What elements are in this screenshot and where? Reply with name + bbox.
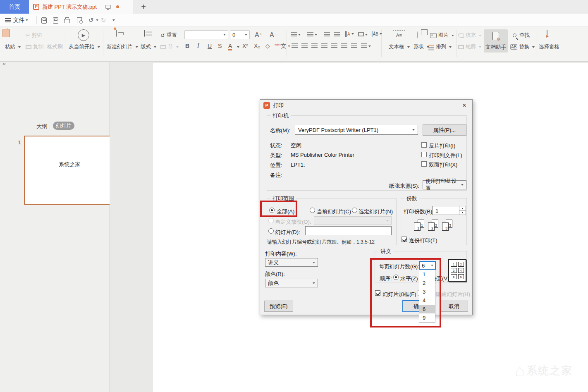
bullet-list-button[interactable]: [291, 31, 301, 38]
new-slide-label[interactable]: 新建幻灯片: [107, 43, 138, 50]
new-tab-button[interactable]: +: [138, 1, 149, 12]
clear-format-button[interactable]: ◇: [265, 43, 270, 49]
outline-button[interactable]: 轮廓: [458, 43, 481, 50]
font-color-dropdown[interactable]: [236, 43, 239, 50]
align-left-button[interactable]: [292, 43, 298, 49]
text-box-button[interactable]: A≡: [393, 30, 405, 40]
range-selected-radio[interactable]: [352, 208, 357, 213]
print-to-file-label[interactable]: 打印到文件(L): [429, 152, 462, 159]
increase-indent-button[interactable]: [334, 31, 340, 38]
print-button[interactable]: [63, 16, 71, 24]
superscript-button[interactable]: X²: [242, 43, 248, 49]
range-slides-label[interactable]: 幻灯片(D):: [275, 229, 300, 236]
fill-button[interactable]: 填充: [458, 32, 481, 39]
selection-pane-label[interactable]: 选择窗格: [539, 43, 559, 50]
spin-up-icon[interactable]: ▲: [459, 206, 466, 211]
collate-label[interactable]: 逐份打印(T): [409, 237, 437, 244]
pinyin-button[interactable]: wén文: [275, 43, 290, 50]
save-button[interactable]: [40, 16, 48, 24]
text-frame-button[interactable]: [358, 31, 368, 38]
print-preview-button[interactable]: [75, 16, 84, 24]
duplex-checkbox[interactable]: [421, 161, 427, 167]
slide-thumbnail-1[interactable]: 1 系统之家: [24, 136, 115, 205]
arrange-button[interactable]: 排列: [428, 43, 452, 50]
line-spacing-button[interactable]: [341, 43, 347, 49]
paragraph-spacing-button[interactable]: [351, 43, 357, 49]
spin-down-icon[interactable]: ▼: [459, 211, 466, 215]
reverse-print-checkbox[interactable]: [421, 142, 427, 148]
copies-count-spinner[interactable]: 1 ▲▼: [432, 206, 466, 215]
selection-pane-button[interactable]: [547, 30, 547, 36]
tab-outline[interactable]: 大纲: [36, 123, 48, 130]
justify-button[interactable]: [321, 43, 327, 49]
picture-button[interactable]: 图片: [430, 32, 454, 39]
copy-button[interactable]: 复制: [26, 43, 43, 50]
increase-font-button[interactable]: A⁺: [255, 31, 263, 39]
reverse-print-label[interactable]: 反片打印(I): [429, 142, 455, 150]
duplex-label[interactable]: 双面打印(X): [429, 161, 457, 169]
bold-button[interactable]: B: [185, 43, 189, 49]
decrease-font-button[interactable]: A⁻: [270, 31, 277, 39]
paste-label[interactable]: 粘贴: [5, 43, 21, 50]
printer-properties-button[interactable]: 属性(P)...: [423, 124, 466, 136]
italic-button[interactable]: I: [197, 43, 199, 49]
replace-button[interactable]: AB替换: [510, 43, 535, 50]
reset-button[interactable]: ↺重置: [160, 32, 177, 39]
decrease-indent-button[interactable]: [324, 31, 330, 38]
collate-checkbox[interactable]: [402, 237, 407, 242]
section-button[interactable]: 节: [160, 43, 179, 50]
font-size-combo[interactable]: 0: [230, 30, 250, 39]
chevron-down-icon: [380, 33, 382, 35]
play-from-current-label[interactable]: 从当前开始: [69, 43, 100, 50]
shapes-label[interactable]: 形状: [414, 43, 429, 50]
redo-button[interactable]: ↻: [99, 16, 108, 24]
cut-button[interactable]: ✂剪切: [26, 32, 42, 39]
range-current-label[interactable]: 当前幻灯片(C): [317, 208, 351, 215]
print-dialog-titlebar[interactable]: P 打印: [260, 100, 472, 111]
toolbar-more-button[interactable]: [109, 16, 117, 24]
print-to-file-checkbox[interactable]: [421, 152, 427, 157]
subscript-button[interactable]: X₂: [254, 43, 260, 49]
preview-button[interactable]: 预览(E): [264, 301, 293, 312]
document-tab[interactable]: P 新建 PPT 演示文稿.ppt: [29, 0, 133, 14]
range-current-radio[interactable]: [310, 208, 315, 213]
slides-range-input[interactable]: [305, 226, 392, 235]
strikethrough-button[interactable]: S: [218, 43, 222, 49]
text-box-label[interactable]: 文本框: [389, 43, 410, 50]
collapse-sidebar-button[interactable]: «: [2, 60, 6, 67]
find-button[interactable]: 查找: [513, 32, 530, 39]
align-center-button[interactable]: [301, 43, 308, 49]
play-from-current-button[interactable]: ▶: [78, 29, 89, 41]
file-menu-button[interactable]: 文件: [5, 17, 28, 24]
range-slides-radio[interactable]: [268, 228, 274, 234]
paper-source-select[interactable]: 使用打印机设置: [423, 180, 466, 189]
text-direction-button[interactable]: ∥A: [344, 30, 354, 37]
layout-label[interactable]: 版式: [141, 43, 156, 50]
font-name-combo[interactable]: [184, 30, 228, 39]
export-button[interactable]: [51, 16, 60, 24]
spinner-buttons[interactable]: ▲▼: [459, 206, 466, 215]
distribute-button[interactable]: [331, 43, 337, 49]
tab-slides[interactable]: 幻灯片: [53, 122, 74, 130]
doc-assistant-button[interactable]: 文档助手: [484, 29, 508, 53]
format-painter-button[interactable]: 格式刷: [47, 43, 63, 50]
close-dialog-button[interactable]: ×: [460, 101, 469, 110]
cancel-button[interactable]: 取消: [440, 301, 468, 312]
numbered-list-button[interactable]: [307, 31, 317, 38]
color-select[interactable]: 颜色: [265, 279, 318, 287]
undo-dropdown[interactable]: [94, 16, 98, 24]
paste-button[interactable]: [7, 29, 8, 36]
new-slide-button[interactable]: [116, 30, 117, 36]
shapes-button[interactable]: [417, 32, 418, 38]
undo-button[interactable]: ↺: [87, 16, 95, 24]
row-spacing-button[interactable]: [361, 43, 371, 49]
char-spacing-button[interactable]: |ÅB: [371, 30, 382, 37]
layout-button[interactable]: [144, 30, 145, 36]
home-tab[interactable]: 首页: [0, 0, 29, 14]
printer-name-select[interactable]: VeryPDF Postscript Writer (LPT1): [295, 125, 418, 135]
range-selected-label[interactable]: 选定幻灯片(N): [359, 208, 393, 215]
font-color-button[interactable]: A: [228, 43, 232, 50]
align-right-button[interactable]: [311, 43, 318, 49]
underline-button[interactable]: U: [208, 43, 212, 49]
print-content-select[interactable]: 讲义: [265, 258, 318, 267]
